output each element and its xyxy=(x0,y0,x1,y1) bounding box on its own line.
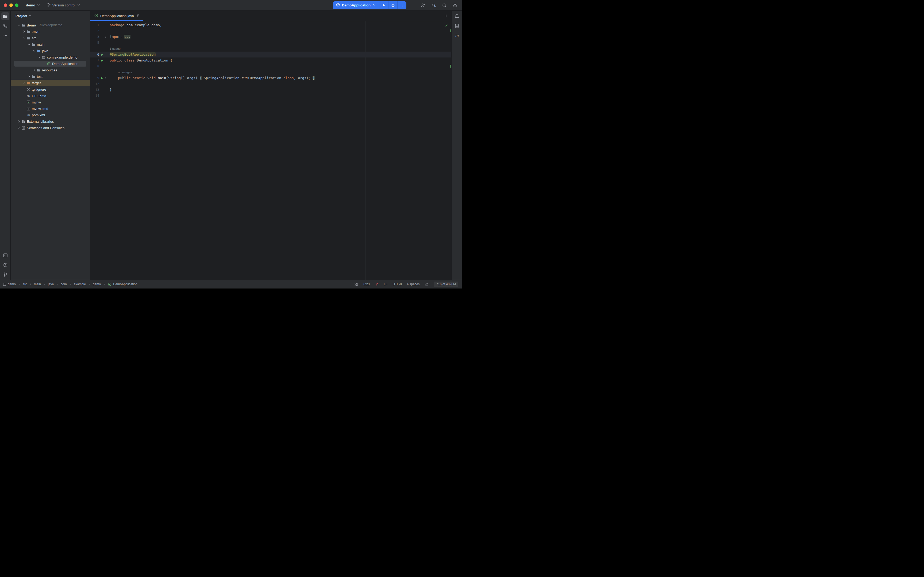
problems-tool-window-button[interactable] xyxy=(2,261,10,269)
code-text[interactable]: public class DemoApplication { xyxy=(108,58,172,63)
editor-gutter[interactable]: 1 xyxy=(90,22,108,28)
structure-tool-window-button[interactable] xyxy=(2,22,10,30)
breadcrumb-item[interactable]: demo xyxy=(3,282,16,286)
run-configuration-selector[interactable]: DemoApplication xyxy=(333,2,379,10)
code-line-6[interactable]: 6@SpringBootApplication xyxy=(90,52,451,58)
code-line-8[interactable]: 8 xyxy=(90,63,451,69)
ide-status-grid-icon[interactable] xyxy=(354,282,358,286)
code-text[interactable] xyxy=(108,63,109,69)
chevron-right-icon[interactable] xyxy=(16,119,21,124)
tree-item-help-md[interactable]: M↓HELP.md xyxy=(11,92,90,99)
terminal-tool-window-button[interactable] xyxy=(2,251,10,259)
code-text[interactable]: } xyxy=(108,87,112,93)
encoding-widget[interactable]: UTF-8 xyxy=(393,282,402,286)
error-stripe-mark[interactable] xyxy=(450,65,451,68)
run-gutter-icon[interactable] xyxy=(100,58,104,63)
code-line-5[interactable]: 5 xyxy=(90,40,451,46)
tree-item-main[interactable]: main xyxy=(11,41,90,48)
editor-gutter[interactable]: 8 xyxy=(90,63,108,69)
more-run-options-button[interactable] xyxy=(397,2,406,10)
tree-item-demoapplication[interactable]: DemoApplication xyxy=(11,60,90,67)
breadcrumb-item[interactable]: java xyxy=(48,282,54,286)
code-line-13[interactable]: 13} xyxy=(90,87,451,93)
tree-item-com-example-demo[interactable]: com.example.demo xyxy=(11,54,90,60)
editor-gutter[interactable]: 13 xyxy=(90,87,108,93)
line-separator-widget[interactable]: LF xyxy=(384,282,388,286)
tree-item-resources[interactable]: resources xyxy=(11,67,90,73)
tree-item-target[interactable]: target xyxy=(11,80,90,86)
code-text[interactable] xyxy=(108,81,109,87)
code-text[interactable]: public static void main(String[] args) {… xyxy=(108,75,315,81)
more-tool-windows-button[interactable] xyxy=(2,32,10,40)
run-gutter-icon[interactable] xyxy=(100,75,104,81)
editor-gutter[interactable]: 9 xyxy=(90,75,108,81)
editor-gutter[interactable]: 5 xyxy=(90,40,108,46)
maven-tool-window-button[interactable]: m xyxy=(453,32,461,40)
tree-item-external-libraries[interactable]: External Libraries xyxy=(11,118,90,125)
code-text[interactable]: package com.example.demo; xyxy=(108,22,162,28)
project-widget[interactable]: demo xyxy=(24,2,42,9)
tree-item--mvn[interactable]: .mvn xyxy=(11,28,90,35)
spring-bean-gutter-icon[interactable] xyxy=(100,52,104,58)
chevron-right-icon[interactable] xyxy=(32,68,37,72)
editor-gutter[interactable]: 12 xyxy=(90,81,108,87)
chevron-right-icon[interactable] xyxy=(21,29,26,34)
editor-options-kebab-icon[interactable] xyxy=(444,13,448,18)
tree-item-mvnw-cmd[interactable]: mvnw.cmd xyxy=(11,105,90,112)
fold-chevron-icon[interactable] xyxy=(104,75,108,81)
pin-icon[interactable] xyxy=(136,14,140,18)
chevron-right-icon[interactable] xyxy=(21,81,26,85)
code-line-14[interactable]: 14 xyxy=(90,93,451,99)
code-line-3[interactable]: 3import ... xyxy=(90,34,451,40)
code-with-me-button[interactable] xyxy=(419,1,427,10)
database-tool-window-button[interactable] xyxy=(453,22,461,30)
code-line-9[interactable]: 9 public static void main(String[] args)… xyxy=(90,75,451,81)
lock-icon[interactable] xyxy=(425,282,429,286)
inlay-hint-row[interactable]: no usages xyxy=(90,69,451,75)
close-window-button[interactable] xyxy=(4,3,7,7)
project-tool-window-button[interactable] xyxy=(2,12,10,20)
tree-item-java[interactable]: java xyxy=(11,48,90,54)
project-panel-header[interactable]: Project xyxy=(11,11,90,21)
tree-item-src[interactable]: src xyxy=(11,35,90,41)
chevron-right-icon[interactable] xyxy=(16,126,21,130)
error-stripe-mark[interactable] xyxy=(450,29,451,32)
caret-position-widget[interactable]: 6:23 xyxy=(363,282,370,286)
editor-gutter[interactable]: 3 xyxy=(90,34,108,40)
translate-button[interactable] xyxy=(430,1,438,10)
code-text[interactable] xyxy=(108,28,109,34)
breadcrumb-item[interactable]: com xyxy=(61,282,67,286)
indent-widget[interactable]: 4 spaces xyxy=(407,282,420,286)
code-line-12[interactable]: 12 xyxy=(90,81,451,87)
chevron-down-icon[interactable] xyxy=(21,36,26,40)
code-text[interactable]: @SpringBootApplication xyxy=(108,52,156,58)
search-everywhere-button[interactable] xyxy=(440,1,449,10)
youtrack-icon[interactable] xyxy=(375,282,379,286)
editor-gutter[interactable]: 14 xyxy=(90,93,108,99)
code-line-7[interactable]: 7public class DemoApplication { xyxy=(90,58,451,63)
breadcrumb-item[interactable]: src xyxy=(23,282,27,286)
inlay-hint-row[interactable]: 1 usage xyxy=(90,46,451,52)
code-area[interactable]: 1package com.example.demo;23import ...51… xyxy=(90,21,451,99)
settings-gear-icon[interactable] xyxy=(451,1,459,10)
debug-button[interactable] xyxy=(388,2,397,10)
run-button[interactable] xyxy=(379,2,388,10)
notifications-bell-icon[interactable] xyxy=(453,12,461,20)
inspections-ok-checkmark-icon[interactable] xyxy=(444,23,448,28)
editor[interactable]: 1package com.example.demo;23import ...51… xyxy=(90,21,451,280)
breadcrumb-item[interactable]: main xyxy=(34,282,41,286)
minimize-window-button[interactable] xyxy=(10,3,13,7)
tree-item-demo[interactable]: demo~/Desktop/demo xyxy=(11,22,90,28)
breadcrumb-item[interactable]: demo xyxy=(93,282,101,286)
tree-item-pom-xml[interactable]: mpom.xml xyxy=(11,112,90,118)
chevron-down-icon[interactable] xyxy=(37,55,42,60)
editor-gutter[interactable]: 7 xyxy=(90,58,108,63)
fold-chevron-icon[interactable] xyxy=(104,34,108,40)
zoom-window-button[interactable] xyxy=(15,3,18,7)
code-line-1[interactable]: 1package com.example.demo; xyxy=(90,22,451,28)
tree-item-test[interactable]: test xyxy=(11,73,90,80)
editor-tab-demoapplication[interactable]: DemoApplication.java xyxy=(90,11,143,21)
breadcrumb-item[interactable]: DemoApplication xyxy=(108,282,137,286)
chevron-right-icon[interactable] xyxy=(26,74,32,79)
code-text[interactable] xyxy=(108,40,109,46)
